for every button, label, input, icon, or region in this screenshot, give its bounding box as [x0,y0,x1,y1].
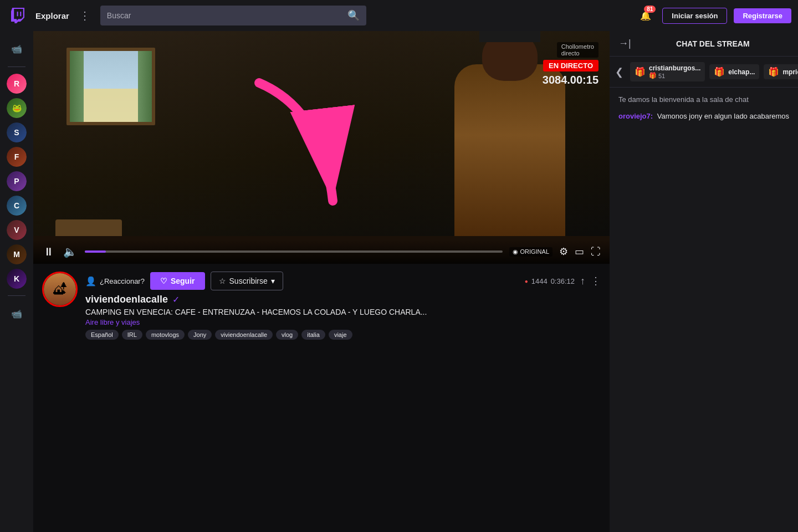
sidebar-item-av4[interactable]: F [7,147,27,167]
chat-gifters: ❮ 🎁 cristianburgos... 🎁 51 🎁 elchap... 🎁 [610,57,798,88]
more-options-btn[interactable]: ⋮ [591,275,601,287]
tag-viviendoenlacalle[interactable]: viviendoenlacalle [215,330,273,340]
tag-vlog[interactable]: vlog [276,330,298,340]
gifter-info-2: elchap... [728,68,755,76]
streamer-name-row: viviendoenlacalle ✓ [85,294,601,305]
chat-title: CHAT DEL STREAM [637,39,789,48]
video-player[interactable]: Chollometrodirecto EN DIRECTO 3084.00:15 [33,31,610,264]
sidebar: 📹 R 🐸 S F P C V M K 📹 [0,31,33,532]
progress-fill [85,250,106,253]
pause-btn[interactable]: ⏸ [42,244,55,259]
gift-icon-2: 🎁 [714,66,725,77]
broadcaster-name-badge: Chollometrodirecto [557,42,598,58]
notification-btn[interactable]: 🔔 81 [636,6,656,25]
figure-head [482,31,538,81]
sidebar-item-av9[interactable]: K [7,269,27,289]
register-btn[interactable]: Registrarse [734,8,791,23]
gift-small-icon: 🎁 [649,72,657,79]
twitch-logo[interactable] [7,4,29,27]
content-area: Chollometrodirecto EN DIRECTO 3084.00:15 [33,31,610,532]
viewer-count: 1444 [531,277,548,285]
theatre-mode-icon[interactable]: ▭ [575,245,584,258]
sidebar-item-av7[interactable]: V [7,220,27,240]
streamer-name[interactable]: viviendoenlacalle [85,294,168,305]
volume-btn[interactable]: 🔈 [62,244,78,259]
curtain-right [138,51,152,122]
stream-info: 🏕 👤 ¿Reaccionar? ♡ Seguir [33,264,610,347]
live-badge: EN DIRECTO [543,60,598,71]
follow-label: Seguir [171,277,195,285]
explore-link[interactable]: Explorar [35,11,69,21]
stream-tags: Español IRL motovlogs Jony viviendoenlac… [85,330,601,340]
sidebar-camera-btn[interactable]: 📹 [6,38,28,60]
sidebar-divider [8,66,25,67]
subscribe-btn[interactable]: ☆ Suscribirse ▾ [211,272,283,290]
sidebar-item-av1[interactable]: R [7,74,27,94]
quality-badge[interactable]: ◉ ORIGINAL [509,247,553,257]
tag-jony[interactable]: Jony [188,330,212,340]
sidebar-camera-btn-2[interactable]: 📹 [6,303,28,325]
avatar-av9: K [7,269,27,289]
sidebar-item-av8[interactable]: M [7,244,27,264]
fullscreen-icon[interactable]: ⛶ [591,246,601,258]
sidebar-divider-2 [8,295,25,296]
chat-collapse-side-btn[interactable]: ❮ [615,66,623,78]
sidebar-item-av3[interactable]: S [7,122,27,142]
gifter-item-2[interactable]: 🎁 elchap... [709,64,759,79]
gifter-count-1: 🎁 51 [649,72,700,79]
chat-messages: Te damos la bienvenida a la sala de chat… [610,88,798,532]
main-layout: 📹 R 🐸 S F P C V M K 📹 [0,31,798,532]
tag-viaje[interactable]: viaje [329,330,352,340]
subscribe-label: Suscribirse [229,277,268,285]
curtain-left [70,51,84,122]
sidebar-item-av6[interactable]: C [7,196,27,216]
gifter-item-3[interactable]: 🎁 mpric... [764,64,798,79]
sidebar-item-av5[interactable]: P [7,171,27,191]
tag-irl[interactable]: IRL [122,330,142,340]
login-btn[interactable]: Iniciar sesión [662,8,727,24]
stream-actions: 👤 ¿Reaccionar? ♡ Seguir ☆ Suscribirse ▾ [85,272,601,290]
streamer-avatar[interactable]: 🏕 [42,272,78,307]
avatar-av6: C [7,196,27,216]
follow-btn[interactable]: ♡ Seguir [150,272,205,290]
chat-message-0: oroviejo7: Vamonos jony en algun lado ac… [618,111,789,122]
tag-espanol[interactable]: Español [85,330,119,340]
avatar-av1: R [7,74,27,94]
share-btn[interactable]: ↑ [580,275,585,287]
video-controls: ⏸ 🔈 ◉ ORIGINAL ⚙ ▭ ⛶ [33,239,610,264]
react-icon: 👤 [85,276,96,287]
search-input[interactable] [107,11,343,20]
stream-duration: 0:36:12 [551,277,575,285]
streamer-avatar-inner: 🏕 [44,273,76,305]
search-submit-btn[interactable]: 🔍 [347,9,360,22]
more-menu-btn[interactable]: ⋮ [76,7,94,24]
chat-username-0[interactable]: oroviejo7: [618,112,653,120]
viewer-count-display: 3084.00:15 [543,74,598,86]
window-building [75,89,146,122]
settings-icon[interactable]: ⚙ [559,245,568,258]
stream-title: CAMPING EN VENECIA: CAFE - ENTRENUZAA - … [85,308,601,316]
progress-bar[interactable] [85,250,503,253]
stream-category[interactable]: Aire libre y viajes [85,318,601,326]
subscribe-dropdown-icon: ▾ [271,277,275,285]
sidebar-item-av2[interactable]: 🐸 [7,98,27,118]
gifter-name-3: mpric... [782,68,798,76]
search-bar: 🔍 [100,6,366,25]
notification-badge: 81 [644,6,656,13]
tag-italia[interactable]: italia [301,330,325,340]
chat-collapse-btn[interactable]: →| [618,38,631,49]
chat-header: →| CHAT DEL STREAM [610,31,798,57]
chat-panel: →| CHAT DEL STREAM ❮ 🎁 cristianburgos...… [610,31,798,532]
window [66,48,155,125]
gifter-item-1[interactable]: 🎁 cristianburgos... 🎁 51 [630,62,705,81]
streamer-figure [454,64,565,242]
chat-message-text-0: Vamonos jony en algun lado acabaremos [657,112,789,120]
broadcaster-badge: Chollometrodirecto EN DIRECTO 3084.00:15 [543,42,598,86]
avatar-av2: 🐸 [7,98,27,118]
react-btn[interactable]: 👤 ¿Reaccionar? [85,276,145,287]
tag-motovlogs[interactable]: motovlogs [146,330,185,340]
avatar-av7: V [7,220,27,240]
stream-info-top: 🏕 👤 ¿Reaccionar? ♡ Seguir [42,272,601,340]
verified-icon: ✓ [172,294,180,305]
avatar-av4: F [7,147,27,167]
